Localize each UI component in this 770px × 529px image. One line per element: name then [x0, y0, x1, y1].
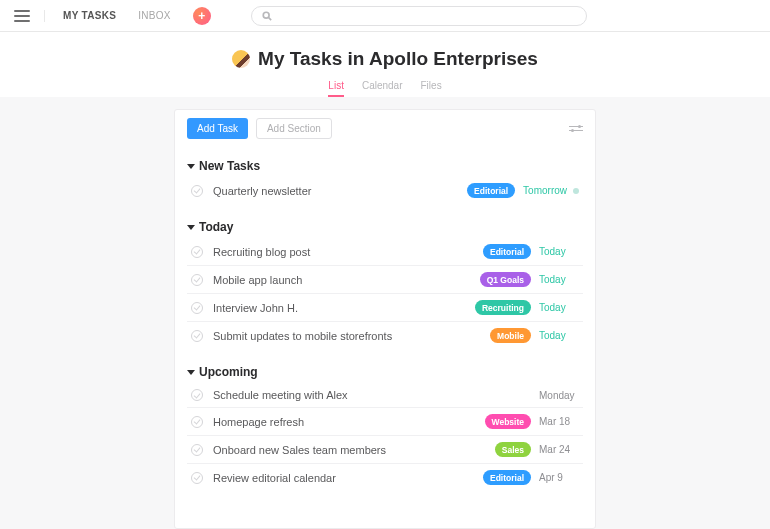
task-name: Recruiting blog post [213, 246, 483, 258]
tab-files[interactable]: Files [421, 80, 442, 97]
section-title: Today [199, 220, 233, 234]
check-icon[interactable] [191, 472, 203, 484]
section-header[interactable]: Upcoming [187, 365, 583, 379]
avatar [232, 50, 250, 68]
task-row[interactable]: Submit updates to mobile storefrontsMobi… [187, 322, 583, 349]
task-name: Submit updates to mobile storefronts [213, 330, 490, 342]
task-tag[interactable]: Q1 Goals [480, 272, 531, 287]
task-date: Tomorrow [523, 185, 567, 196]
task-row[interactable]: Interview John H.RecruitingToday [187, 294, 583, 322]
top-bar: MY TASKS INBOX + [0, 0, 770, 32]
task-date: Today [539, 274, 579, 285]
task-tag[interactable]: Editorial [483, 244, 531, 259]
section-title: New Tasks [199, 159, 260, 173]
task-date: Mar 24 [539, 444, 579, 455]
caret-icon [187, 370, 195, 375]
task-date: Today [539, 330, 579, 341]
caret-icon [187, 225, 195, 230]
tab-calendar[interactable]: Calendar [362, 80, 403, 97]
check-icon[interactable] [191, 389, 203, 401]
task-tag[interactable]: Website [485, 414, 531, 429]
section-upcoming: UpcomingSchedule meeting with AlexMonday… [175, 349, 595, 491]
svg-line-1 [268, 17, 271, 20]
section-header[interactable]: Today [187, 220, 583, 234]
section-header[interactable]: New Tasks [187, 159, 583, 173]
search-wrap [251, 6, 587, 26]
add-task-button[interactable]: Add Task [187, 118, 248, 139]
task-name: Schedule meeting with Alex [213, 389, 539, 401]
task-row[interactable]: Recruiting blog postEditorialToday [187, 238, 583, 266]
page-header: My Tasks in Apollo Enterprises List Cale… [0, 32, 770, 97]
svg-point-0 [263, 12, 269, 18]
search-icon [262, 11, 272, 21]
task-name: Quarterly newsletter [213, 185, 467, 197]
task-row[interactable]: Quarterly newsletterEditorialTomorrow [187, 177, 583, 204]
task-row[interactable]: Onboard new Sales team membersSalesMar 2… [187, 436, 583, 464]
task-tag[interactable]: Editorial [467, 183, 515, 198]
nav-my-tasks[interactable]: MY TASKS [63, 10, 116, 21]
check-icon[interactable] [191, 274, 203, 286]
check-icon[interactable] [191, 416, 203, 428]
section-title: Upcoming [199, 365, 258, 379]
add-button[interactable]: + [193, 7, 211, 25]
tab-list[interactable]: List [328, 80, 344, 97]
page-title: My Tasks in Apollo Enterprises [258, 48, 538, 70]
task-name: Review editorial calendar [213, 472, 483, 484]
task-tag[interactable]: Sales [495, 442, 531, 457]
task-name: Interview John H. [213, 302, 475, 314]
check-icon[interactable] [191, 330, 203, 342]
tabs: List Calendar Files [0, 80, 770, 97]
check-icon[interactable] [191, 185, 203, 197]
caret-icon [187, 164, 195, 169]
task-name: Homepage refresh [213, 416, 485, 428]
check-icon[interactable] [191, 444, 203, 456]
task-row[interactable]: Schedule meeting with AlexMonday [187, 383, 583, 408]
filter-icon[interactable] [569, 122, 583, 136]
task-tag[interactable]: Editorial [483, 470, 531, 485]
info-dot-icon [573, 188, 579, 194]
task-panel: Add Task Add Section New TasksQuarterly … [174, 109, 596, 529]
task-name: Mobile app launch [213, 274, 480, 286]
check-icon[interactable] [191, 302, 203, 314]
section-new-tasks: New TasksQuarterly newsletterEditorialTo… [175, 143, 595, 204]
check-icon[interactable] [191, 246, 203, 258]
task-row[interactable]: Homepage refreshWebsiteMar 18 [187, 408, 583, 436]
task-date: Apr 9 [539, 472, 579, 483]
nav-inbox[interactable]: INBOX [138, 10, 171, 21]
panel-toolbar: Add Task Add Section [175, 118, 595, 143]
task-name: Onboard new Sales team members [213, 444, 495, 456]
task-tag[interactable]: Recruiting [475, 300, 531, 315]
task-date: Mar 18 [539, 416, 579, 427]
hamburger-icon[interactable] [14, 10, 45, 22]
task-tag[interactable]: Mobile [490, 328, 531, 343]
task-row[interactable]: Review editorial calendarEditorialApr 9 [187, 464, 583, 491]
task-date: Today [539, 302, 579, 313]
task-date: Monday [539, 390, 579, 401]
task-row[interactable]: Mobile app launchQ1 GoalsToday [187, 266, 583, 294]
add-section-button[interactable]: Add Section [256, 118, 332, 139]
search-input[interactable] [251, 6, 587, 26]
task-date: Today [539, 246, 579, 257]
panel-bg: Add Task Add Section New TasksQuarterly … [0, 97, 770, 529]
section-today: TodayRecruiting blog postEditorialTodayM… [175, 204, 595, 349]
